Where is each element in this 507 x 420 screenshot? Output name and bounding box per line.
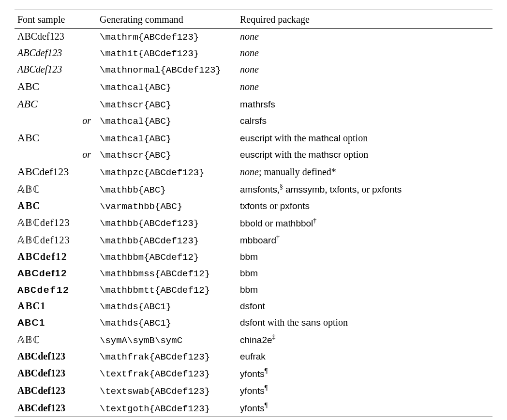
cell-sample: ABCdef123 xyxy=(15,163,97,180)
cell-sample: ABCdef123 xyxy=(15,382,97,399)
table-row: ABCdef123\mathpzc{ABCdef123}none; manual… xyxy=(15,163,492,180)
table-body: ABCdef123\mathrm{ABCdef123}noneABCdef123… xyxy=(15,29,492,417)
package-text: mathbbol xyxy=(275,218,313,228)
package-text: mathcal xyxy=(309,133,341,143)
cell-command: \mathbbmtt{ABCdef12} xyxy=(97,282,237,298)
font-sample-text: ABCdef123 xyxy=(17,385,65,396)
package-text: mbboard xyxy=(240,235,276,245)
package-text: euscript xyxy=(240,150,272,160)
package-text: dsfont xyxy=(240,317,265,328)
cell-sample: or xyxy=(15,147,97,163)
table-row: ABC\mathcal{ABC}none xyxy=(15,78,492,95)
cell-package: calrsfs xyxy=(237,113,492,129)
cell-sample: ABCdef123 xyxy=(15,61,97,78)
cell-package: none xyxy=(237,45,492,61)
cell-command: \mathbbm{ABCdef12} xyxy=(97,249,237,265)
cell-command: \mathcal{ABC} xyxy=(97,78,237,95)
cell-package: none xyxy=(237,29,492,45)
table-row: ABCdef123\mathnormal{ABCdef123}none xyxy=(15,61,492,78)
package-text: none xyxy=(240,166,259,177)
cell-package: euscript with the mathscr option xyxy=(237,147,492,163)
table-row: ABCdef123\mathfrak{ABCdef123}eufrak xyxy=(15,348,492,365)
cell-sample: ABC1 xyxy=(15,315,97,331)
cell-package: bbm xyxy=(237,282,492,298)
package-text: bbm xyxy=(240,252,258,262)
cell-command: \mathds{ABC1} xyxy=(97,298,237,315)
table-row: 𝔸𝔹ℂ\mathbb{ABC}amsfonts,§ amssymb, txfon… xyxy=(15,180,492,198)
cell-sample: ABCdef123 xyxy=(15,348,97,365)
font-sample-text: ABC1 xyxy=(17,300,46,311)
cell-sample: ABCdef123 xyxy=(15,29,97,45)
table-row: ABCdef123\textgoth{ABCdef123}yfonts¶ xyxy=(15,399,492,417)
package-text: none xyxy=(240,47,259,58)
cell-sample: ABC xyxy=(15,129,97,147)
table-row: 𝔸𝔹ℂdef123\mathbb{ABCdef123}mbboard† xyxy=(15,231,492,249)
cell-command: \textswab{ABCdef123} xyxy=(97,382,237,399)
cell-command: \mathfrak{ABCdef123} xyxy=(97,348,237,365)
cell-package: amsfonts,§ amssymb, txfonts, or pxfonts xyxy=(237,180,492,198)
cell-sample: ABCdef123 xyxy=(15,365,97,382)
font-sample-text: ABCdef123 xyxy=(17,64,62,75)
cell-sample: ABC1 xyxy=(15,298,97,315)
package-text: ¶ xyxy=(265,367,268,375)
cell-sample: 𝔸𝔹ℂ xyxy=(15,331,97,348)
header-sample: Font sample xyxy=(15,10,97,29)
table-header-row: Font sample Generating command Required … xyxy=(15,10,492,29)
package-text: bbold xyxy=(240,218,263,228)
command-text: \textswab{ABCdef123} xyxy=(100,386,210,397)
cell-package: dsfont xyxy=(237,298,492,315)
cell-sample: 𝔸𝔹ℂ xyxy=(15,180,97,198)
package-text: yfonts xyxy=(240,386,265,396)
font-sample-text: ABCdef123 xyxy=(17,47,62,58)
package-text: yfonts xyxy=(240,368,265,378)
table-row: ABCdef12\mathbbmss{ABCdef12}bbm xyxy=(15,265,492,282)
font-sample-text: 𝔸𝔹ℂ xyxy=(17,334,40,345)
package-text: amsfonts xyxy=(240,184,277,195)
cell-package: txfonts or pxfonts xyxy=(237,198,492,214)
command-text: \mathpzc{ABCdef123} xyxy=(100,167,205,178)
package-text: pxfonts xyxy=(280,201,310,211)
cell-sample: ABCdef12 xyxy=(15,249,97,265)
cell-sample: ABCdef12 xyxy=(15,282,97,298)
cell-sample: ABCdef12 xyxy=(15,265,97,282)
font-sample-text: 𝔸𝔹ℂdef123 xyxy=(17,235,70,245)
cell-command: \symA\symB\symC xyxy=(97,331,237,348)
command-text: \textfrak{ABCdef123} xyxy=(100,369,210,379)
font-sample-text: 𝔸𝔹ℂ xyxy=(17,184,40,195)
cell-sample: or xyxy=(15,113,97,129)
package-text: † xyxy=(313,217,316,224)
table-row: ABC\mathscr{ABC}mathrsfs xyxy=(15,95,492,113)
package-text: yfonts xyxy=(240,403,265,413)
command-text: \mathbbmss{ABCdef12} xyxy=(100,269,210,279)
cell-sample: ABC xyxy=(15,95,97,113)
package-text: euscript xyxy=(240,133,272,143)
package-text: or xyxy=(263,217,276,228)
package-text: txfonts xyxy=(240,201,267,211)
package-text: ‡ xyxy=(272,333,276,341)
cell-command: \mathcal{ABC} xyxy=(97,129,237,147)
cell-sample: ABC xyxy=(15,198,97,214)
package-text: calrsfs xyxy=(240,116,267,126)
header-command: Generating command xyxy=(97,10,237,29)
package-text: option xyxy=(321,317,348,328)
package-text: option xyxy=(341,149,368,160)
package-text: with the xyxy=(272,149,309,160)
font-sample-text: ABCdef123 xyxy=(17,165,69,178)
command-text: \mathbbmtt{ABCdef12} xyxy=(100,285,210,296)
cell-command: \mathbbmss{ABCdef12} xyxy=(97,265,237,282)
command-text: \mathfrak{ABCdef123} xyxy=(100,352,210,362)
command-text: \mathbb{ABCdef123} xyxy=(100,218,199,229)
command-text: \symA\symB\symC xyxy=(100,335,182,346)
package-text: , xyxy=(325,184,329,195)
cell-command: \mathscr{ABC} xyxy=(97,95,237,113)
command-text: \mathcal{ABC} xyxy=(100,82,171,93)
command-text: \mathcal{ABC} xyxy=(100,116,171,127)
cell-command: \mathbb{ABC} xyxy=(97,180,237,198)
font-sample-text: or xyxy=(17,149,94,160)
table-row: ABC\varmathbb{ABC}txfonts or pxfonts xyxy=(15,198,492,214)
cell-command: \mathcal{ABC} xyxy=(97,113,237,129)
package-text: mathscr xyxy=(309,150,342,160)
font-sample-text: ABCdef12 xyxy=(17,251,67,262)
cell-package: yfonts¶ xyxy=(237,382,492,399)
cell-command: \mathrm{ABCdef123} xyxy=(97,29,237,45)
